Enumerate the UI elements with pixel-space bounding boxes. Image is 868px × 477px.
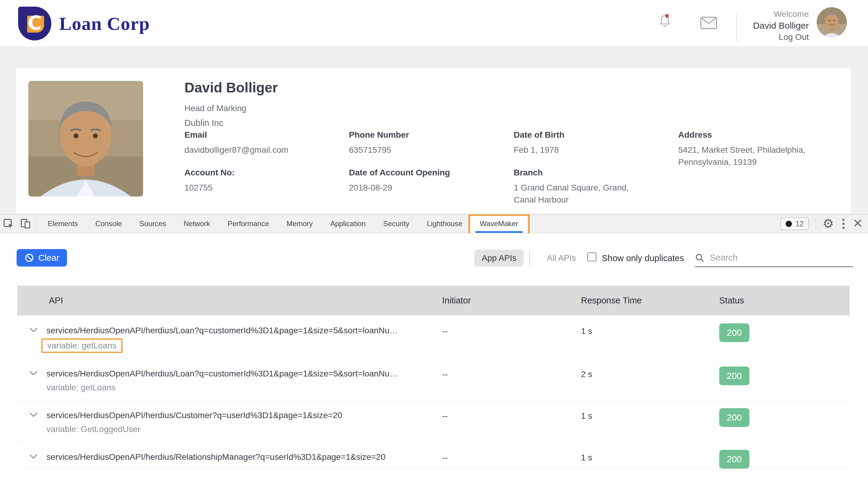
ban-icon [25, 253, 34, 263]
initiator-value: -- [442, 400, 581, 442]
kebab-menu-icon[interactable] [840, 217, 846, 231]
dob-value: Feb 1, 1978 [514, 144, 559, 156]
user-menu: Welcome David Bolliger Log Out [753, 8, 809, 43]
opening-value: 2018-08-29 [349, 182, 392, 194]
clear-button-label: Clear [38, 253, 59, 263]
logout-link[interactable]: Log Out [753, 31, 809, 43]
app-header: C Loan Corp Welcome David Bolliger Log O… [0, 0, 868, 47]
customer-title: Head of Marking [184, 103, 246, 113]
tab-memory[interactable]: Memory [278, 215, 322, 233]
devtools-toolbar-right: 12 ⚙ [780, 214, 865, 233]
toolbar-divider [36, 218, 36, 230]
inspect-icon[interactable] [0, 215, 17, 233]
table-row[interactable]: services/HerdiusOpenAPI/herdius/Customer… [17, 400, 849, 442]
search-icon [695, 253, 705, 263]
app-apis-toggle[interactable]: App APIs [474, 250, 524, 267]
search-field [695, 249, 853, 267]
variable-label: variable: GetLoggedUser [46, 424, 442, 434]
tab-console[interactable]: Console [87, 215, 131, 233]
chevron-down-icon[interactable] [29, 454, 38, 460]
phone-label: Phone Number [349, 130, 409, 140]
search-input[interactable] [710, 253, 853, 263]
response-time-value: 1 s [581, 316, 719, 358]
chevron-down-icon[interactable] [29, 328, 38, 334]
column-api: API [17, 286, 442, 316]
show-only-duplicates-checkbox[interactable] [587, 252, 596, 262]
response-time-value: 1 s [581, 400, 719, 442]
status-badge: 200 [719, 450, 749, 469]
api-url: services/HerdiusOpenAPI/herdius/Loan?q=c… [46, 326, 398, 335]
response-time-value: 1 s [581, 442, 719, 469]
table-row[interactable]: services/HerdiusOpenAPI/herdius/Loan?q=c… [17, 359, 849, 400]
api-table-header: API Initiator Response Time Status [17, 286, 849, 316]
column-initiator: Initiator [442, 286, 581, 316]
chevron-down-icon[interactable] [29, 412, 38, 418]
phone-value: 635715795 [349, 144, 391, 156]
customer-company: Dublin Inc [184, 118, 223, 128]
column-response-time: Response Time [581, 286, 719, 316]
issues-dot-icon [785, 221, 792, 227]
initiator-value: -- [442, 316, 581, 358]
avatar[interactable] [817, 7, 847, 37]
status-badge: 200 [719, 323, 749, 342]
welcome-label: Welcome [753, 8, 809, 20]
all-apis-toggle[interactable]: All APIs [539, 250, 583, 267]
tab-elements[interactable]: Elements [39, 215, 87, 233]
chevron-down-icon[interactable] [29, 371, 38, 377]
tab-wavemaker[interactable]: WaveMaker [471, 215, 527, 233]
branch-label: Branch [514, 168, 542, 178]
dob-label: Date of Birth [514, 130, 564, 140]
opening-label: Date of Account Opening [349, 168, 450, 178]
brand-name: Loan Corp [59, 13, 150, 34]
profile-photo [28, 81, 143, 197]
brand-logo-icon: C [18, 7, 51, 40]
email-label: Email [184, 130, 207, 140]
status-badge: 200 [719, 408, 749, 427]
customer-name: David Bolliger [184, 80, 278, 96]
header-user-name: David Bolliger [753, 20, 809, 31]
initiator-value: -- [442, 359, 581, 400]
initiator-value: -- [442, 442, 581, 469]
address-value: 5421, Market Street, Philadelphia, Penns… [678, 144, 841, 168]
account-value: 102755 [184, 182, 213, 194]
segment-divider [529, 251, 530, 265]
devtools-toolbar: Elements Console Sources Network Perform… [0, 214, 868, 233]
brand-logo[interactable]: C Loan Corp [18, 7, 150, 40]
issues-badge[interactable]: 12 [780, 217, 809, 230]
devtools-tabs: Elements Console Sources Network Perform… [39, 215, 527, 233]
tab-security[interactable]: Security [375, 215, 418, 233]
tab-performance[interactable]: Performance [219, 215, 278, 233]
api-url: services/HerdiusOpenAPI/herdius/Loan?q=c… [46, 369, 398, 379]
status-badge: 200 [719, 366, 749, 385]
api-url: services/HerdiusOpenAPI/herdius/Relation… [46, 452, 385, 462]
variable-label: variable: getLoans [46, 383, 442, 392]
tab-application[interactable]: Application [321, 215, 374, 233]
branch-value: 1 Grand Canal Square, Grand, Canal Harbo… [514, 182, 650, 206]
api-url: services/HerdiusOpenAPI/herdius/Customer… [46, 411, 342, 420]
table-row[interactable]: services/HerdiusOpenAPI/herdius/Loan?q=c… [17, 316, 849, 359]
wavemaker-panel: Clear App APIs All APIs Show only duplic… [0, 233, 868, 477]
device-toolbar-icon[interactable] [17, 215, 34, 233]
mail-icon[interactable] [700, 17, 717, 30]
tab-lighthouse[interactable]: Lighthouse [418, 215, 471, 233]
toolbar-divider [815, 218, 816, 230]
variable-label-highlighted: variable: getLoans [41, 338, 123, 353]
issues-count: 12 [796, 219, 804, 228]
show-only-duplicates-label[interactable]: Show only duplicates [602, 250, 684, 267]
response-time-value: 2 s [581, 359, 719, 400]
api-table: API Initiator Response Time Status servi… [17, 286, 849, 469]
customer-profile-card: David Bolliger Head of Marking Dublin In… [16, 68, 851, 213]
email-value: davidbolliger87@gmail.com [184, 144, 288, 156]
address-label: Address [678, 130, 712, 140]
clear-button[interactable]: Clear [17, 249, 67, 267]
bell-icon[interactable] [658, 13, 672, 30]
table-row[interactable]: services/HerdiusOpenAPI/herdius/Relation… [17, 442, 849, 469]
column-status: Status [719, 286, 849, 316]
active-tab-underline [475, 231, 523, 233]
tab-network[interactable]: Network [175, 215, 219, 233]
header-divider [736, 14, 737, 42]
close-icon[interactable] [853, 218, 863, 229]
tab-sources[interactable]: Sources [131, 215, 175, 233]
gear-icon[interactable]: ⚙ [823, 217, 834, 230]
account-label: Account No: [184, 168, 235, 178]
